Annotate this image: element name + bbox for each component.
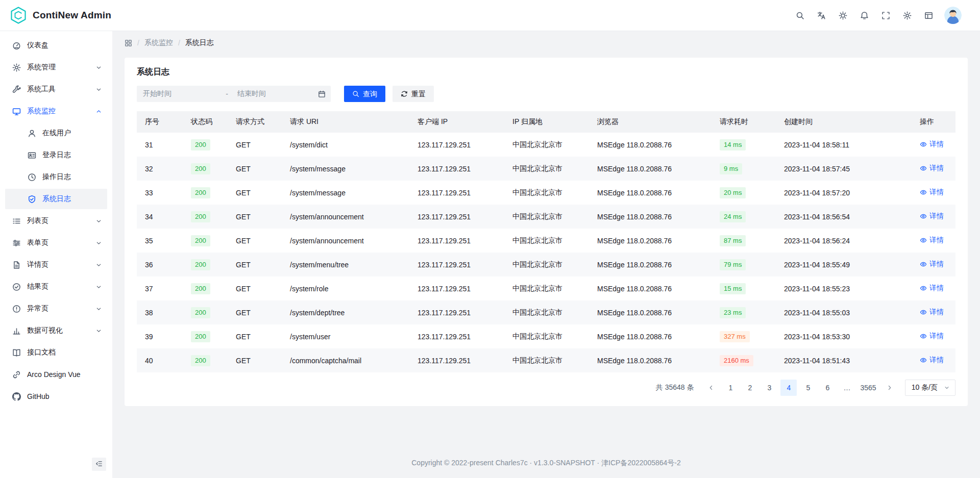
pagination-page-1[interactable]: 1 <box>722 380 739 396</box>
layout-icon <box>924 11 933 20</box>
page-title: 系统日志 <box>137 67 955 78</box>
pagination-page-3[interactable]: 3 <box>761 380 777 396</box>
page-size-select[interactable]: 10 条/页 <box>905 380 955 396</box>
detail-link-label: 详情 <box>929 140 944 149</box>
sidebar-item-system-management[interactable]: 系统管理 <box>5 57 107 78</box>
translate-button[interactable] <box>813 7 830 24</box>
date-range-picker[interactable]: 开始时间 - 结束时间 <box>137 86 331 102</box>
cell-uri: /system/user <box>282 324 409 348</box>
duration-badge: 14 ms <box>720 139 746 150</box>
detail-link[interactable]: 详情 <box>920 308 944 317</box>
cell-location: 中国北京北京市 <box>504 300 589 324</box>
app-root: ContiNew Admin 仪表盘系统管理系统工具系统监控在线用户登录日志操作… <box>0 0 980 478</box>
breadcrumb-home[interactable] <box>125 39 132 47</box>
layout-button[interactable] <box>920 7 937 24</box>
detail-link[interactable]: 详情 <box>920 260 944 269</box>
app-logo[interactable]: ContiNew Admin <box>9 6 111 24</box>
duration-badge: 87 ms <box>720 235 746 246</box>
sidebar-item-dashboard[interactable]: 仪表盘 <box>5 35 107 56</box>
pagination-page-5[interactable]: 5 <box>800 380 816 396</box>
pagination-next-button[interactable] <box>881 380 898 396</box>
detail-link[interactable]: 详情 <box>920 356 944 365</box>
cell-seq: 35 <box>137 229 183 253</box>
header-actions <box>791 7 937 24</box>
sidebar-item-system-monitor[interactable]: 系统监控 <box>5 101 107 121</box>
detail-link[interactable]: 详情 <box>920 212 944 221</box>
column-header-action: 操作 <box>912 111 955 133</box>
cell-duration: 2160 ms <box>712 348 776 372</box>
avatar[interactable] <box>944 7 962 24</box>
sidebar-item-exception-page[interactable]: 异常页 <box>5 298 107 319</box>
pagination-page-4[interactable]: 4 <box>780 380 797 396</box>
sidebar: 仪表盘系统管理系统工具系统监控在线用户登录日志操作日志系统日志列表页表单页详情页… <box>0 31 112 478</box>
cell-status: 200 <box>183 181 228 205</box>
sidebar-item-form-page[interactable]: 表单页 <box>5 233 107 253</box>
file-icon <box>12 261 21 269</box>
sidebar-collapse-button[interactable] <box>92 458 106 471</box>
pagination-page-3565[interactable]: 3565 <box>858 380 878 396</box>
sidebar-item-label: 系统监控 <box>27 107 89 116</box>
sidebar-item-list-page[interactable]: 列表页 <box>5 211 107 231</box>
sidebar-item-label: 结果页 <box>27 282 89 291</box>
detail-link[interactable]: 详情 <box>920 284 944 293</box>
pagination-prev-button[interactable] <box>703 380 719 396</box>
cell-method: GET <box>228 348 282 372</box>
duration-badge: 20 ms <box>720 187 746 198</box>
sidebar-item-label: 仪表盘 <box>27 41 102 50</box>
cell-uri: /system/message <box>282 181 409 205</box>
sidebar-item-github[interactable]: GitHub <box>5 386 107 407</box>
cell-ip: 123.117.129.251 <box>409 324 504 348</box>
search-button[interactable] <box>791 7 808 24</box>
detail-link[interactable]: 详情 <box>920 164 944 173</box>
theme-button[interactable] <box>834 7 851 24</box>
cell-uri: /system/message <box>282 157 409 181</box>
notifications-button[interactable] <box>855 7 873 24</box>
detail-link[interactable]: 详情 <box>920 332 944 341</box>
pagination-ellipsis[interactable]: … <box>839 380 855 396</box>
fullscreen-button[interactable] <box>877 7 894 24</box>
cell-location: 中国北京北京市 <box>504 133 589 157</box>
calendar-icon <box>318 90 326 98</box>
status-badge: 200 <box>191 211 210 222</box>
cell-location: 中国北京北京市 <box>504 157 589 181</box>
cell-browser: MSEdge 118.0.2088.76 <box>589 253 712 276</box>
sidebar-item-api-docs[interactable]: 接口文档 <box>5 342 107 363</box>
sidebar-item-operation-logs[interactable]: 操作日志 <box>5 167 107 187</box>
sun-icon <box>839 11 847 20</box>
body-row: 仪表盘系统管理系统工具系统监控在线用户登录日志操作日志系统日志列表页表单页详情页… <box>0 31 980 478</box>
settings-button[interactable] <box>898 7 916 24</box>
sidebar-item-system-tools[interactable]: 系统工具 <box>5 79 107 99</box>
detail-link[interactable]: 详情 <box>920 236 944 245</box>
cell-uri: /system/announcement <box>282 205 409 229</box>
cell-ip: 123.117.129.251 <box>409 157 504 181</box>
cell-uri: /system/role <box>282 276 409 300</box>
sidebar-item-login-logs[interactable]: 登录日志 <box>5 145 107 165</box>
breadcrumb-item[interactable]: 系统监控 <box>144 38 173 47</box>
search-button[interactable]: 查询 <box>344 86 385 102</box>
cell-ip: 123.117.129.251 <box>409 205 504 229</box>
chevron-down-icon <box>95 86 102 93</box>
detail-link-label: 详情 <box>929 164 944 173</box>
cell-duration: 327 ms <box>712 324 776 348</box>
cell-seq: 40 <box>137 348 183 372</box>
idcard-icon <box>28 151 36 160</box>
pagination-page-6[interactable]: 6 <box>819 380 836 396</box>
detail-link[interactable]: 详情 <box>920 188 944 197</box>
reset-button[interactable]: 重置 <box>393 86 434 102</box>
cell-ip: 123.117.129.251 <box>409 300 504 324</box>
sidebar-item-arco-design-vue[interactable]: Arco Design Vue <box>5 364 107 385</box>
sidebar-item-detail-page[interactable]: 详情页 <box>5 255 107 275</box>
link-icon <box>12 370 21 379</box>
sidebar-item-system-logs[interactable]: 系统日志 <box>5 189 107 209</box>
cell-action: 详情 <box>912 181 955 205</box>
sidebar-item-data-visualization[interactable]: 数据可视化 <box>5 320 107 341</box>
sidebar-item-result-page[interactable]: 结果页 <box>5 276 107 297</box>
duration-badge: 79 ms <box>720 259 746 270</box>
list-icon <box>12 217 21 225</box>
sidebar-item-online-users[interactable]: 在线用户 <box>5 123 107 143</box>
cell-browser: MSEdge 118.0.2088.76 <box>589 276 712 300</box>
status-badge: 200 <box>191 307 210 318</box>
detail-link[interactable]: 详情 <box>920 140 944 149</box>
pagination-page-2[interactable]: 2 <box>742 380 758 396</box>
cell-location: 中国北京北京市 <box>504 324 589 348</box>
